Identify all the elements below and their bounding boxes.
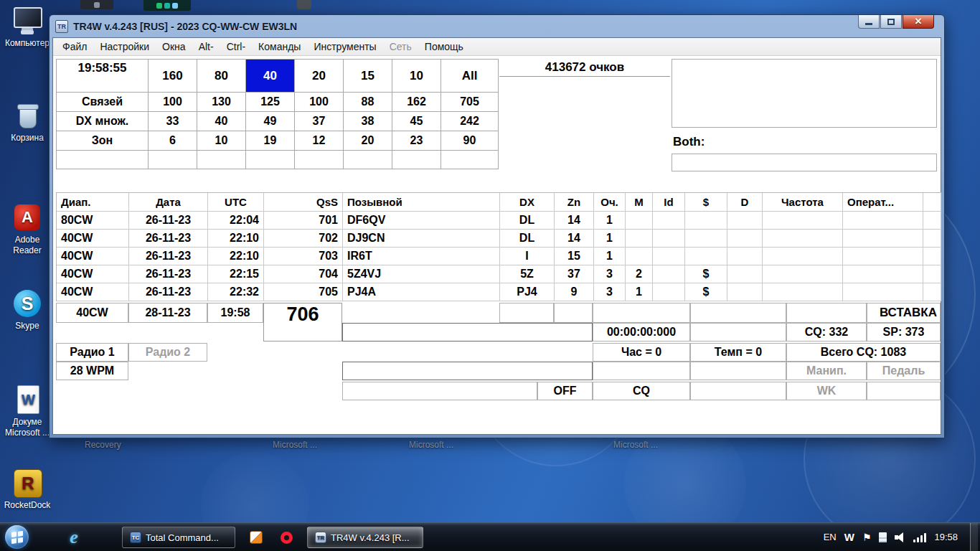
media-player-icon[interactable] — [245, 527, 267, 548]
log-cell-dx[interactable]: PJ4 — [500, 283, 555, 301]
log-cell-points[interactable]: 3 — [594, 265, 626, 283]
cq-mode-button[interactable]: CQ — [593, 382, 690, 400]
log-cell-zone[interactable]: 14 — [555, 212, 594, 230]
band-tab-10[interactable]: 10 — [392, 60, 441, 93]
band-tab-160[interactable]: 160 — [149, 60, 197, 93]
wpm-indicator[interactable]: 28 WPM — [56, 362, 128, 380]
taskbar-button-tr4w[interactable]: TR TR4W v.4.243 [R... — [307, 527, 423, 548]
radio2-button[interactable]: Радио 2 — [128, 343, 207, 362]
log-cell-dx[interactable]: I — [500, 248, 555, 265]
band-tab-40[interactable]: 40 — [246, 60, 295, 93]
log-cell-points[interactable]: 1 — [594, 248, 626, 265]
minimize-button[interactable] — [858, 15, 880, 29]
log-cell-d[interactable] — [727, 283, 763, 301]
log-cell-qso-number[interactable]: 705 — [264, 283, 343, 301]
word-tray-icon[interactable]: W — [844, 531, 854, 543]
log-cell-qso-number[interactable]: 701 — [264, 212, 343, 230]
log-cell-qso-number[interactable]: 703 — [264, 248, 343, 265]
menu-commands[interactable]: Команды — [252, 39, 307, 55]
log-cell-zone[interactable]: 9 — [555, 283, 594, 301]
desktop-icon-computer[interactable]: Компьютер — [1, 6, 53, 49]
log-cell-date[interactable]: 26-11-23 — [129, 283, 208, 301]
language-indicator[interactable]: EN — [824, 532, 837, 542]
log-cell-band[interactable]: 40CW — [57, 230, 129, 248]
log-cell-zone[interactable]: 14 — [555, 230, 594, 248]
band-tab-15[interactable]: 15 — [344, 60, 392, 93]
pedal-button[interactable]: Педаль — [867, 362, 941, 380]
maximize-button[interactable] — [880, 15, 902, 29]
log-cell-date[interactable]: 26-11-23 — [129, 230, 208, 248]
menu-windows[interactable]: Окна — [156, 39, 192, 55]
log-cell-dx[interactable]: DL — [500, 230, 555, 248]
log-cell-dx[interactable]: 5Z — [500, 265, 555, 283]
log-cell-operator[interactable] — [843, 283, 923, 301]
log-cell-date[interactable]: 26-11-23 — [129, 265, 208, 283]
taskbar-button-total-commander[interactable]: TC Total Command... — [122, 527, 235, 548]
network-icon[interactable] — [913, 532, 926, 542]
log-cell-callsign[interactable]: DF6QV — [343, 212, 500, 230]
log-cell-frequency[interactable] — [763, 248, 843, 265]
log-cell-id[interactable] — [653, 248, 685, 265]
desktop-icon-recycle[interactable]: Корзина — [1, 100, 53, 143]
log-cell-id[interactable] — [653, 212, 685, 230]
desktop-icon-label-faint[interactable]: Microsoft ... — [613, 440, 658, 450]
show-desktop-button[interactable] — [970, 523, 978, 551]
volume-icon[interactable] — [895, 532, 905, 542]
log-cell-mult[interactable] — [626, 248, 653, 265]
wk-button[interactable]: WK — [786, 382, 867, 400]
desktop-icon-adobe[interactable]: Adobe Reader — [1, 202, 53, 256]
exchange-input[interactable] — [342, 362, 593, 380]
log-cell-mult[interactable] — [626, 230, 653, 248]
log-cell-id[interactable] — [653, 265, 685, 283]
menu-settings[interactable]: Настройки — [93, 39, 156, 55]
log-cell-frequency[interactable] — [763, 230, 843, 248]
log-cell-d[interactable] — [727, 248, 763, 265]
log-cell-band[interactable]: 40CW — [57, 248, 129, 265]
log-cell-callsign[interactable]: PJ4A — [343, 283, 500, 301]
log-cell-band[interactable]: 40CW — [57, 283, 129, 301]
log-cell-operator[interactable] — [843, 212, 923, 230]
log-cell-frequency[interactable] — [763, 265, 843, 283]
log-cell-utc[interactable]: 22:10 — [208, 248, 264, 265]
log-cell-dollar[interactable] — [685, 230, 727, 248]
menu-alt[interactable]: Alt- — [192, 39, 220, 55]
log-cell-callsign[interactable]: DJ9CN — [343, 230, 500, 248]
callsign-input[interactable] — [342, 323, 593, 342]
log-cell-mult[interactable]: 2 — [626, 265, 653, 283]
log-cell-points[interactable]: 1 — [594, 230, 626, 248]
menu-ctrl[interactable]: Ctrl- — [220, 39, 252, 55]
band-tab-80[interactable]: 80 — [197, 60, 246, 93]
log-cell-zone[interactable]: 15 — [555, 248, 594, 265]
opera-icon[interactable] — [275, 527, 297, 548]
log-cell-utc[interactable]: 22:32 — [208, 283, 264, 301]
log-cell-utc[interactable]: 22:10 — [208, 230, 264, 248]
log-cell-points[interactable]: 3 — [594, 283, 626, 301]
title-bar[interactable]: TR TR4W v.4.243 [RUS] - 2023 CQ-WW-CW EW… — [52, 15, 941, 37]
menu-network[interactable]: Сеть — [383, 39, 418, 55]
log-cell-dollar[interactable]: $ — [685, 283, 727, 301]
menu-tools[interactable]: Инструменты — [307, 39, 382, 55]
band-tab-all[interactable]: All — [441, 60, 499, 93]
log-cell-callsign[interactable]: IR6T — [343, 248, 500, 265]
log-cell-utc[interactable]: 22:15 — [208, 265, 264, 283]
menu-help[interactable]: Помощь — [418, 39, 470, 55]
log-cell-band[interactable]: 80CW — [57, 212, 129, 230]
log-cell-utc[interactable]: 22:04 — [208, 212, 264, 230]
internet-explorer-icon[interactable]: e — [63, 527, 85, 548]
menu-file[interactable]: Файл — [56, 39, 93, 55]
desktop-icon-label-faint[interactable]: Microsoft ... — [409, 440, 453, 450]
log-cell-operator[interactable] — [843, 248, 923, 265]
desktop-icon-label-faint[interactable]: Microsoft ... — [273, 440, 317, 450]
log-cell-date[interactable]: 26-11-23 — [129, 212, 208, 230]
close-button[interactable]: × — [903, 15, 934, 29]
log-cell-mult[interactable] — [626, 212, 653, 230]
log-cell-callsign[interactable]: 5Z4VJ — [343, 265, 500, 283]
document-tray-icon[interactable] — [879, 532, 887, 542]
log-cell-zone[interactable]: 37 — [555, 265, 594, 283]
log-cell-id[interactable] — [653, 230, 685, 248]
desktop-icon-word[interactable]: Докуме Microsoft ... — [1, 385, 53, 438]
band-tab-20[interactable]: 20 — [295, 60, 344, 93]
radio1-button[interactable]: Радио 1 — [56, 343, 128, 362]
log-cell-dollar[interactable] — [685, 212, 727, 230]
log-cell-d[interactable] — [727, 230, 763, 248]
